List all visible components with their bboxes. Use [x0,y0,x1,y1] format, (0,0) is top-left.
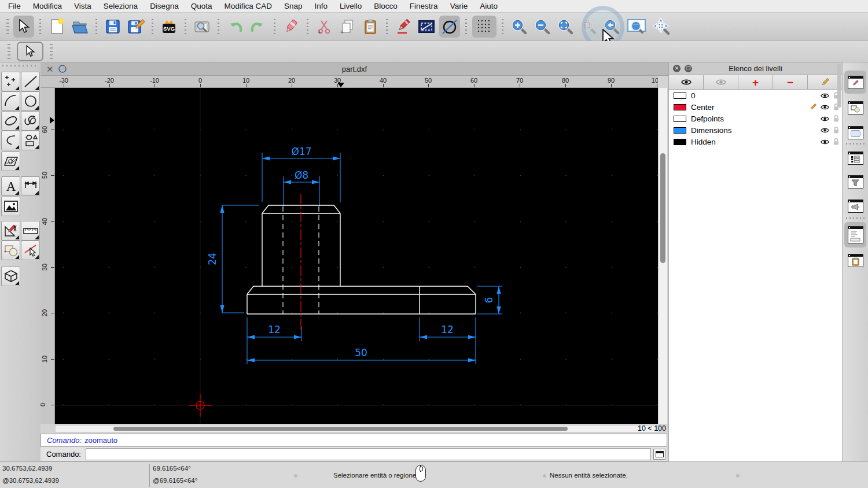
layer-visibility-toggle[interactable] [819,127,830,134]
layer-lock-icon[interactable] [833,114,840,123]
image-tool-button[interactable] [1,197,20,216]
layer-row-defpoints[interactable]: Defpoints [669,113,842,124]
spline-tool-button[interactable] [21,111,40,131]
solid-3d-tool-button[interactable] [1,267,20,286]
undo-button[interactable] [225,16,245,38]
layer-visible-icon[interactable] [821,139,829,145]
show-all-layers-button[interactable] [669,75,704,89]
hatch-tool-button[interactable] [1,151,20,171]
zoom-in-button[interactable] [509,16,529,38]
menu-item-modifica-cad[interactable]: Modifica CAD [224,2,272,10]
menu-item-snap[interactable]: Snap [284,2,303,10]
layer-row-dimensions[interactable]: Dimensions [669,124,842,136]
command-history[interactable]: Comando: zoomauto [41,434,667,447]
layer-visibility-toggle[interactable] [819,104,830,110]
blocks-tool-button[interactable] [1,241,20,260]
menu-item-disegna[interactable]: Disegna [150,2,179,10]
property-editor-toggle[interactable] [844,71,866,94]
command-input[interactable] [86,448,651,460]
redo-button[interactable] [248,16,269,38]
menu-item-vista[interactable]: Vista [74,2,91,10]
attributes-pencil-button[interactable] [393,16,414,38]
menu-item-modifica[interactable]: Modifica [33,2,62,10]
selection-filter-toggle[interactable] [844,170,866,193]
menu-item-aiuto[interactable]: Aiuto [480,2,498,10]
print-preview-button[interactable] [192,16,212,38]
layer-row-hidden[interactable]: Hidden [669,136,842,147]
select-entity-tool-button[interactable] [21,241,40,260]
horizontal-scrollbar-thumb[interactable] [113,427,568,431]
drawing-tab-title[interactable]: part.dxf [41,65,668,73]
layer-visibility-toggle[interactable] [819,116,830,122]
cut-button[interactable]: + [314,16,334,38]
menu-item-livello[interactable]: Livello [340,2,362,10]
announcer-toggle[interactable] [844,194,866,217]
delete-button[interactable] [281,16,301,38]
layer-row-0[interactable]: 0 [669,90,842,101]
select-tool-button[interactable] [17,42,43,61]
menu-item-finestra[interactable]: Finestra [410,2,438,10]
selection-box-button[interactable] [416,16,437,38]
polyline-tool-button[interactable] [1,131,20,150]
zoom-pan-button[interactable] [651,16,672,38]
zoom-redraw-button[interactable] [578,16,599,38]
zoom-window-button[interactable] [624,16,649,38]
select-button[interactable] [13,16,34,38]
line-tool-button[interactable] [21,72,40,91]
ellipse-tool-button[interactable] [1,111,20,131]
menu-item-info[interactable]: Info [315,2,328,10]
zoom-auto-button[interactable] [555,16,576,38]
zoom-out-button[interactable] [532,16,553,38]
layer-lock-toggle[interactable] [830,126,842,134]
drawing-canvas[interactable]: Ø17Ø8246121250 [55,88,658,424]
modify-tool-button[interactable] [1,221,20,241]
library-browser-toggle[interactable] [844,121,866,144]
layer-row-center[interactable]: Center [669,101,842,113]
layer-visible-icon[interactable] [821,104,829,110]
points-tool-button[interactable] [1,72,20,91]
add-layer-button[interactable]: + [738,75,773,89]
cad-drawing[interactable]: Ø17Ø8246121250 [55,88,658,424]
vertical-scrollbar[interactable] [658,88,667,424]
layer-list-scrollbar[interactable] [837,64,841,108]
svg-export-button[interactable]: SVG [159,16,179,38]
layer-visibility-toggle[interactable] [819,93,830,99]
new-file-button[interactable] [46,16,67,38]
zoom-previous-button[interactable] [601,16,622,38]
layer-visible-icon[interactable] [821,127,829,134]
menu-item-file[interactable]: File [8,2,21,10]
text-tool-button[interactable]: A [1,176,20,196]
layer-visible-icon[interactable] [821,93,829,99]
menu-item-varie[interactable]: Varie [450,2,468,10]
horizontal-scrollbar[interactable] [55,425,658,432]
circle-tool-button[interactable] [21,91,40,111]
menu-item-seleziona[interactable]: Seleziona [104,2,138,10]
hide-all-layers-button[interactable] [704,75,738,89]
arc-tool-button[interactable] [1,91,20,111]
shapes-tool-button[interactable] [21,131,40,150]
grid-button[interactable] [472,16,496,38]
layer-lock-toggle[interactable] [830,138,842,146]
layer-lock-toggle[interactable] [830,114,842,123]
layer-lock-icon[interactable] [833,126,840,134]
measure-tool-button[interactable] [21,221,40,241]
command-line-toggle[interactable] [844,222,866,247]
clipboard-panel-toggle[interactable] [844,249,866,272]
command-options-button[interactable] [653,449,665,460]
circle-slash-button[interactable] [439,16,460,38]
vertical-scrollbar-thumb[interactable] [660,153,665,263]
layer-visibility-toggle[interactable] [819,139,830,145]
menu-item-blocco[interactable]: Blocco [374,2,398,10]
layer-lock-icon[interactable] [833,138,840,146]
paste-button[interactable] [360,16,381,38]
remove-layer-button[interactable]: − [773,75,808,89]
layer-visible-icon[interactable] [821,116,829,122]
copy-button[interactable]: + [337,16,358,38]
save-button[interactable] [102,16,123,38]
dimension-tool-button[interactable] [21,176,40,196]
layer-list-toggle[interactable] [844,146,866,169]
open-file-button[interactable] [69,16,90,38]
menu-item-quota[interactable]: Quota [191,2,212,10]
save-as-button[interactable] [126,16,146,38]
block-list-toggle[interactable] [844,96,866,119]
